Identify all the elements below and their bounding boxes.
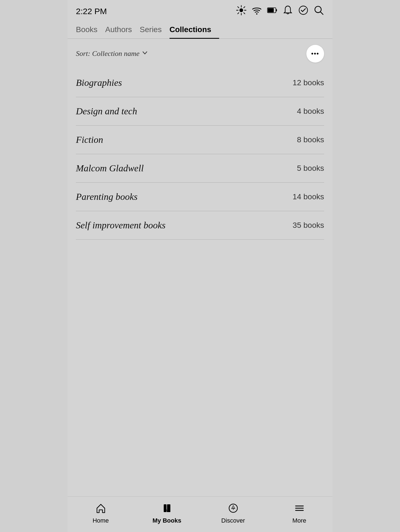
status-time: 2:22 PM xyxy=(76,7,107,16)
tab-books[interactable]: Books xyxy=(76,20,105,39)
mybooks-label: My Books xyxy=(153,517,181,524)
collection-count: 14 books xyxy=(293,192,324,201)
collections-list: Biographies 12 books Design and tech 4 b… xyxy=(68,69,332,532)
bottom-nav-discover[interactable]: Discover xyxy=(200,500,266,526)
svg-line-5 xyxy=(238,7,239,8)
home-label: Home xyxy=(93,517,109,524)
svg-point-13 xyxy=(299,6,307,14)
battery-icon xyxy=(267,5,278,17)
svg-rect-17 xyxy=(167,504,170,512)
tab-series[interactable]: Series xyxy=(140,20,169,39)
collection-item-fiction[interactable]: Fiction 8 books xyxy=(76,126,324,154)
svg-line-15 xyxy=(320,12,323,15)
bottom-nav-more[interactable]: More xyxy=(266,500,332,526)
wifi-icon xyxy=(252,5,262,17)
svg-line-8 xyxy=(238,13,239,14)
collection-name: Malcom Gladwell xyxy=(76,163,144,174)
collection-name: Design and tech xyxy=(76,106,137,117)
collection-count: 35 books xyxy=(293,221,324,230)
nav-tabs: Books Authors Series Collections xyxy=(68,20,332,39)
svg-line-7 xyxy=(244,7,245,8)
collection-name: Biographies xyxy=(76,78,122,88)
collection-count: 8 books xyxy=(297,135,324,144)
home-icon xyxy=(95,503,106,515)
bottom-nav-mybooks[interactable]: My Books xyxy=(134,500,200,526)
collection-count: 5 books xyxy=(297,164,324,173)
more-label: More xyxy=(292,517,306,524)
menu-icon xyxy=(294,503,305,515)
sort-label-text: Sort: Collection name xyxy=(76,50,140,58)
status-icons xyxy=(236,5,324,17)
svg-rect-12 xyxy=(276,9,277,11)
compass-icon xyxy=(228,503,239,515)
svg-point-0 xyxy=(239,8,243,12)
sort-button[interactable]: Sort: Collection name xyxy=(76,50,148,58)
bottom-nav-home[interactable]: Home xyxy=(68,500,134,526)
collection-item-gladwell[interactable]: Malcom Gladwell 5 books xyxy=(76,154,324,183)
collection-item-design[interactable]: Design and tech 4 books xyxy=(76,97,324,126)
sort-bar: Sort: Collection name ••• xyxy=(68,39,332,69)
svg-line-6 xyxy=(244,13,245,14)
brightness-icon xyxy=(236,5,247,17)
tab-authors[interactable]: Authors xyxy=(105,20,140,39)
svg-rect-11 xyxy=(268,8,274,12)
more-options-button[interactable]: ••• xyxy=(306,45,324,63)
search-icon[interactable] xyxy=(314,5,324,17)
svg-point-9 xyxy=(256,13,258,15)
collection-count: 12 books xyxy=(293,78,324,87)
more-dots-icon: ••• xyxy=(311,50,319,57)
discover-label: Discover xyxy=(221,517,245,524)
status-bar: 2:22 PM xyxy=(68,0,332,20)
screen: 2:22 PM xyxy=(68,0,332,532)
chevron-down-icon xyxy=(142,50,148,58)
collection-name: Self improvement books xyxy=(76,220,166,231)
collection-item-parenting[interactable]: Parenting books 14 books xyxy=(76,183,324,211)
collection-count: 4 books xyxy=(297,107,324,116)
bottom-nav: Home My Books Discover xyxy=(68,496,332,532)
collection-item-self-improvement[interactable]: Self improvement books 35 books xyxy=(76,211,324,240)
books-icon xyxy=(161,503,173,515)
notifications-icon xyxy=(283,5,293,17)
sync-icon xyxy=(298,5,309,17)
collection-name: Fiction xyxy=(76,135,103,145)
collection-item-biographies[interactable]: Biographies 12 books xyxy=(76,69,324,97)
tab-collections[interactable]: Collections xyxy=(170,20,219,39)
collection-name: Parenting books xyxy=(76,192,138,202)
